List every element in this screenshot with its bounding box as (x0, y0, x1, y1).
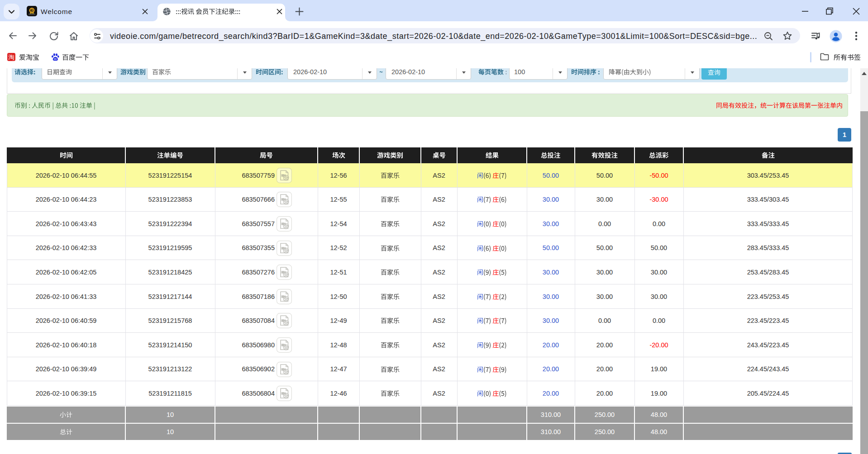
svg-text:淘: 淘 (9, 54, 14, 61)
svg-text:du: du (54, 57, 57, 60)
